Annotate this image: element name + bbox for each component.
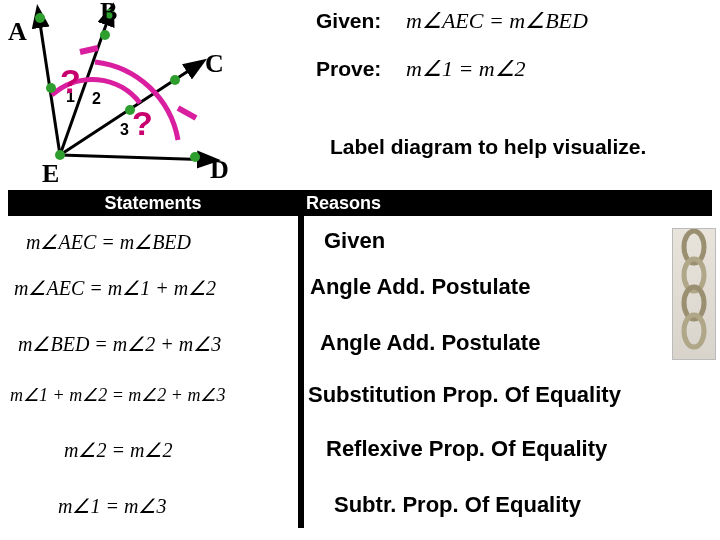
statement-5: m∠2 = m∠2 <box>64 438 172 462</box>
statement-1: m∠AEC = m∠BED <box>26 230 191 254</box>
question-mark-1: ? <box>60 62 81 101</box>
reason-6: Subtr. Prop. Of Equality <box>334 492 581 518</box>
svg-line-4 <box>80 48 98 52</box>
point-E: E <box>42 159 59 188</box>
visualize-instruction: Label diagram to help visualize. <box>330 135 646 159</box>
statement-4: m∠1 + m∠2 = m∠2 + m∠3 <box>10 384 225 406</box>
header-reasons: Reasons <box>298 193 712 214</box>
svg-point-11 <box>190 152 200 162</box>
statement-3: m∠BED = m∠2 + m∠3 <box>18 332 221 356</box>
reason-3: Angle Add. Postulate <box>320 330 540 356</box>
point-D: D <box>210 155 229 184</box>
statement-6: m∠1 = m∠3 <box>58 494 166 518</box>
prove-formula: m∠1 = m∠2 <box>406 56 526 82</box>
svg-line-0 <box>38 10 60 155</box>
svg-line-5 <box>178 108 196 118</box>
angle-diagram: A B C D E 1 2 3 ? ? <box>0 0 250 190</box>
diagram-svg: A B C D E 1 2 3 <box>0 0 250 190</box>
proof-header: Statements Reasons <box>8 190 712 216</box>
svg-point-9 <box>100 30 110 40</box>
angle-3: 3 <box>120 121 129 138</box>
proof-table: Statements Reasons m∠AEC = m∠BED m∠AEC =… <box>8 190 712 528</box>
svg-point-10 <box>170 75 180 85</box>
reason-4: Substitution Prop. Of Equality <box>308 382 621 408</box>
given-prove-block: Given: m∠AEC = m∠BED Prove: m∠1 = m∠2 <box>316 8 716 90</box>
reasons-column: Given Angle Add. Postulate Angle Add. Po… <box>304 216 712 528</box>
reason-1: Given <box>324 228 385 254</box>
question-mark-2: ? <box>132 104 153 143</box>
svg-point-12 <box>46 83 56 93</box>
point-B: B <box>100 0 117 26</box>
given-formula: m∠AEC = m∠BED <box>406 8 588 34</box>
reason-5: Reflexive Prop. Of Equality <box>326 436 607 462</box>
point-C: C <box>205 49 224 78</box>
svg-point-6 <box>35 13 45 23</box>
statements-column: m∠AEC = m∠BED m∠AEC = m∠1 + m∠2 m∠BED = … <box>8 216 304 528</box>
reason-2: Angle Add. Postulate <box>310 274 530 300</box>
header-statements: Statements <box>8 193 298 214</box>
prove-label: Prove: <box>316 57 406 81</box>
given-label: Given: <box>316 9 406 33</box>
angle-2: 2 <box>92 90 101 107</box>
point-A: A <box>8 17 27 46</box>
statement-2: m∠AEC = m∠1 + m∠2 <box>14 276 216 300</box>
